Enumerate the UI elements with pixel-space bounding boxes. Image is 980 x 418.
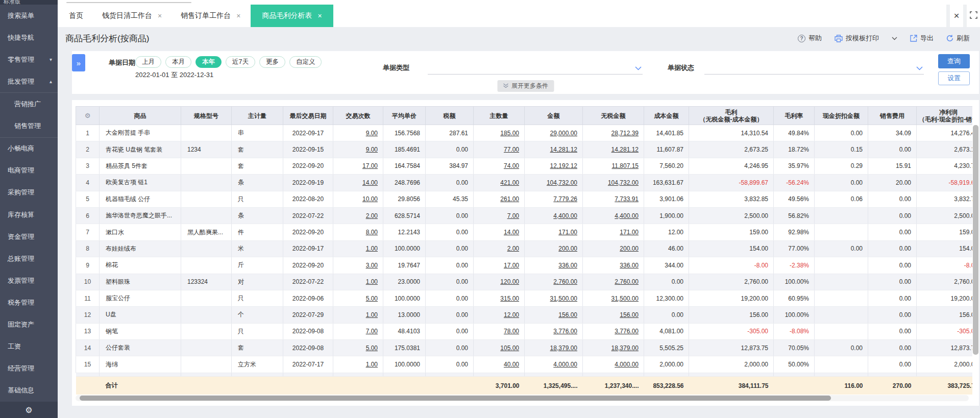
vertical-scrollbar-thumb[interactable]: [973, 125, 978, 355]
col-header-qty[interactable]: 主数量: [474, 107, 525, 125]
col-header-cost[interactable]: 成本金额: [644, 107, 689, 125]
export-button[interactable]: 导出: [910, 34, 934, 43]
table-row[interactable]: 5机器猫毛绒 公仔只2022-08-2010.0029.805645.35261…: [76, 191, 973, 207]
print-options-dropdown[interactable]: [892, 37, 897, 40]
close-icon[interactable]: ×: [317, 12, 322, 19]
net-amount-cell[interactable]: 31,500.00: [583, 290, 644, 306]
qty-cell[interactable]: 40.00: [474, 356, 525, 373]
table-row[interactable]: 4欧美复古项 链1条2022-09-1914.00248.76960.00421…: [76, 175, 973, 191]
qty-cell[interactable]: 74.00: [474, 158, 525, 174]
net-amount-cell[interactable]: 200.00: [583, 240, 644, 257]
sidebar-item-quick-nav[interactable]: 快捷导航: [0, 27, 58, 48]
trade-count-cell[interactable]: 17.00: [333, 158, 383, 174]
net-amount-cell[interactable]: 7,733.91: [583, 191, 644, 207]
table-row[interactable]: 6施华洛世奇恶魔之眼手...条2022-07-222.00628.57140.0…: [76, 207, 973, 224]
sidebar-item-wholesale-mgmt[interactable]: 批发管理▴: [0, 70, 58, 92]
help-button[interactable]: ? 帮助: [798, 34, 822, 43]
qty-cell[interactable]: 315.00: [474, 290, 525, 306]
trade-count-cell[interactable]: 8.00: [333, 224, 383, 240]
trade-count-cell[interactable]: 1.00: [333, 356, 383, 373]
col-header-spec[interactable]: 规格型号: [181, 107, 232, 125]
amount-cell[interactable]: 4,000.00: [525, 356, 583, 373]
trade-count-cell[interactable]: 9.00: [333, 125, 383, 141]
sidebar-item-search-menu[interactable]: 搜索菜单: [0, 5, 58, 27]
close-icon[interactable]: ×: [158, 12, 162, 19]
horizontal-scrollbar-thumb[interactable]: [80, 396, 831, 401]
amount-cell[interactable]: 3,776.00: [525, 323, 583, 339]
table-row[interactable]: 13钢笔只2022-09-087.0048.41030.0078.003,776…: [76, 323, 973, 339]
net-amount-cell[interactable]: 11,807.15: [583, 158, 644, 174]
date-pill-上月[interactable]: 上月: [135, 56, 161, 68]
sidebar-item-base-info[interactable]: 基础信息: [0, 380, 58, 402]
tab-sales-order-workbench[interactable]: 销售订单工作台×: [172, 5, 249, 27]
date-pill-近7天[interactable]: 近7天: [226, 56, 255, 68]
col-header-last-trade-date[interactable]: 最后交易日期: [283, 107, 333, 125]
amount-cell[interactable]: 2,760.00: [525, 274, 583, 290]
trade-count-cell[interactable]: 9.00: [333, 141, 383, 158]
sidebar-item-funds-mgmt[interactable]: 资金管理: [0, 226, 58, 248]
net-amount-cell[interactable]: 336.00: [583, 257, 644, 274]
sidebar-item-inventory-accounting[interactable]: 库存核算: [0, 204, 58, 226]
qty-cell[interactable]: 261.00: [474, 191, 525, 207]
table-row[interactable]: 10塑料眼珠123324对2022-07-221.0023.00000.0012…: [76, 274, 973, 290]
refresh-button[interactable]: 刷新: [946, 34, 970, 43]
table-row[interactable]: 2青花瓷 U盘钢 笔套装1234套2022-09-159.00185.46910…: [76, 141, 973, 158]
sidebar-item-fixed-assets[interactable]: 固定资产: [0, 314, 58, 336]
trade-count-cell[interactable]: 14.00: [333, 175, 383, 191]
date-pill-本年[interactable]: 本年: [195, 56, 222, 68]
qty-cell[interactable]: 12.00: [474, 307, 525, 323]
close-icon[interactable]: ×: [236, 12, 240, 19]
net-amount-cell[interactable]: 18,379.00: [583, 340, 644, 356]
col-header-selling-expense[interactable]: 销售费用: [868, 107, 917, 125]
col-header-tax[interactable]: 税额: [426, 107, 474, 125]
col-header-net-profit[interactable]: 净利润（毛利-现金折扣-销售费用）: [917, 107, 973, 125]
sidebar-item-retail-mgmt[interactable]: 零售管理▾: [0, 48, 58, 70]
expand-more-conditions-button[interactable]: 展开更多条件: [497, 80, 554, 92]
amount-cell[interactable]: 14,281.12: [525, 141, 583, 158]
col-header-product[interactable]: 商品: [100, 107, 181, 125]
qty-cell[interactable]: 78.00: [474, 323, 525, 339]
sidebar-item-sales-mgmt[interactable]: 销售管理: [0, 115, 58, 138]
col-header-net-amount[interactable]: 无税金额: [583, 107, 644, 125]
settings-button[interactable]: 设置: [938, 71, 970, 85]
amount-cell[interactable]: 156.00: [525, 307, 583, 323]
table-row[interactable]: 1大金刚菩提 手串串2022-09-179.00156.7568287.6118…: [76, 125, 973, 141]
print-by-template-button[interactable]: 按模板打印: [835, 34, 879, 43]
amount-cell[interactable]: 4,400.00: [525, 207, 583, 224]
qty-cell[interactable]: 14.00: [474, 224, 525, 240]
net-amount-cell[interactable]: 4,000.00: [583, 356, 644, 373]
date-range-value[interactable]: 2022-01-01 至 2022-12-31: [135, 70, 213, 80]
doc-status-select[interactable]: [704, 60, 924, 75]
gear-icon[interactable]: ⚙: [85, 112, 91, 119]
sidebar-item-xiaochang-ecom[interactable]: 小畅电商: [0, 138, 58, 160]
table-row[interactable]: 3精品茶具 5件套套2022-09-2017.00164.7584384.977…: [76, 158, 973, 174]
date-pill-更多[interactable]: 更多: [259, 56, 285, 68]
table-row[interactable]: 7漱口水黑人酷爽果...件2022-09-208.0012.21430.0014…: [76, 224, 973, 240]
amount-cell[interactable]: 31,500.00: [525, 290, 583, 306]
net-amount-cell[interactable]: 4,400.00: [583, 207, 644, 224]
tab-qianhuo-daily[interactable]: 钱货日清工作台×: [93, 5, 170, 27]
col-header-trade-count[interactable]: 交易次数: [333, 107, 383, 125]
col-header-gross-profit[interactable]: 毛利（无税金额-成本金额）: [689, 107, 774, 125]
trade-count-cell[interactable]: 10.00: [333, 191, 383, 207]
close-tab-button[interactable]: ×: [950, 5, 963, 27]
qty-cell[interactable]: 7.00: [474, 207, 525, 224]
table-row[interactable]: 9棉花斤2022-09-203.0019.76470.0017.00336.00…: [76, 257, 973, 274]
trade-count-cell[interactable]: 7.00: [333, 323, 383, 339]
table-row[interactable]: 8布娃娃绒布米2022-09-171.00100.00000.002.00200…: [76, 240, 973, 257]
net-amount-cell[interactable]: 28,712.39: [583, 125, 644, 141]
col-header-gross-margin[interactable]: 毛利率: [774, 107, 815, 125]
trade-count-cell[interactable]: 1.00: [333, 274, 383, 290]
col-header-unit[interactable]: 主计量: [232, 107, 283, 125]
tab-gross-profit-report[interactable]: 商品毛利分析表×: [251, 5, 333, 27]
sidebar-item-general-ledger[interactable]: 总账管理: [0, 248, 58, 269]
trade-count-cell[interactable]: 5.00: [333, 340, 383, 356]
net-amount-cell[interactable]: 14,281.12: [583, 141, 644, 158]
sidebar-item-marketing-promo[interactable]: 营销推广: [0, 92, 58, 115]
net-amount-cell[interactable]: 171.00: [583, 224, 644, 240]
amount-cell[interactable]: 7,779.26: [525, 191, 583, 207]
collapse-filter-button[interactable]: »: [72, 54, 85, 71]
net-amount-cell[interactable]: 2,760.00: [583, 274, 644, 290]
amount-cell[interactable]: 12,192.12: [525, 158, 583, 174]
qty-cell[interactable]: 185.00: [474, 125, 525, 141]
